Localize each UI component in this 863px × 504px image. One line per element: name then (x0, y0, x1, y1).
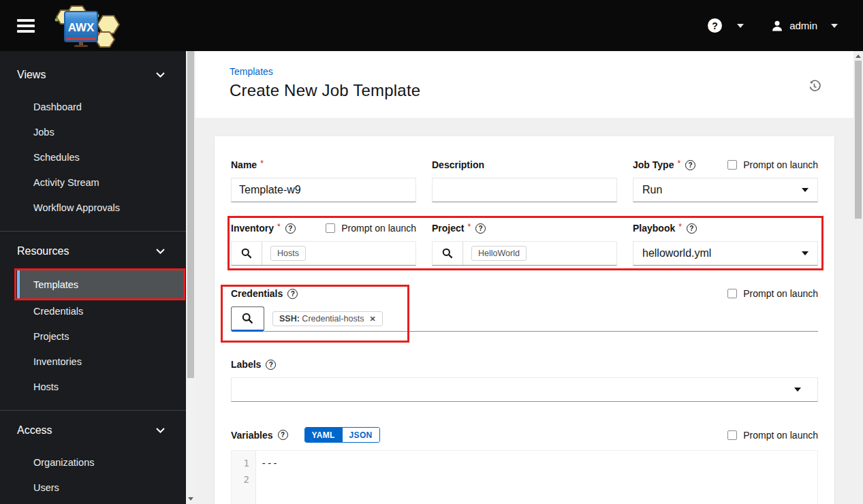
editor-code-area[interactable]: --- (256, 451, 817, 504)
credential-chip-name: Credential-hosts (302, 314, 364, 324)
sidebar-item-organizations[interactable]: Organizations (0, 450, 186, 475)
field-project: Project * ? HelloWorld (432, 221, 617, 266)
sidebar-item-templates[interactable]: Templates (17, 270, 184, 298)
credentials-field[interactable]: SSH: Credential-hosts ✕ (264, 306, 818, 332)
job-type-help-icon[interactable]: ? (685, 160, 695, 170)
nav-group-resources-label: Resources (17, 245, 69, 257)
svg-text:AWX: AWX (68, 21, 95, 34)
sidebar-scrollbar[interactable] (186, 51, 195, 504)
labels-label: Labels (231, 359, 261, 370)
search-icon (242, 313, 253, 324)
field-credentials: Credentials ? Prompt on launch SSH: Cred… (231, 287, 818, 332)
field-labels: Labels ? (231, 358, 818, 402)
nav-group-resources-header[interactable]: Resources (0, 238, 186, 264)
select-caret-icon (802, 251, 809, 255)
playbook-value: helloworld.yml (642, 247, 711, 259)
sidebar-item-dashboard[interactable]: Dashboard (0, 94, 186, 119)
project-help-icon[interactable]: ? (475, 223, 486, 234)
job-type-prompt-checkbox[interactable] (727, 160, 737, 170)
main-content: Templates Create New Job Template Name * (195, 51, 853, 504)
nav-group-views-header[interactable]: Views (0, 62, 186, 87)
user-icon (771, 20, 783, 32)
help-icon[interactable]: ? (708, 18, 722, 33)
credentials-label: Credentials (231, 288, 283, 299)
inventory-label: Inventory (231, 223, 274, 234)
prompt-on-launch-label: Prompt on launch (341, 223, 416, 234)
field-variables: Variables ? YAML JSON Prompt on launch 1… (231, 427, 818, 504)
inventory-lookup: Hosts (231, 241, 416, 266)
field-job-type: Job Type * ? Prompt on launch Run (633, 158, 818, 202)
chevron-down-icon (156, 249, 165, 254)
required-asterisk: * (678, 222, 682, 232)
sidebar-scrollbar-thumb[interactable] (187, 51, 194, 378)
field-inventory: Inventory * ? Prompt on launch (231, 221, 416, 266)
field-description: Description (432, 158, 617, 202)
credentials-prompt-checkbox[interactable] (727, 289, 737, 298)
sidebar-item-inventories[interactable]: Inventories (0, 349, 186, 374)
scroll-down-arrow-icon[interactable] (188, 497, 193, 501)
page-body: Name * Description Job Type * ? (195, 118, 853, 504)
page-scrollbar-thumb[interactable] (855, 61, 862, 219)
top-navbar: AWX ? admin (0, 0, 863, 51)
sidebar-item-activity-stream[interactable]: Activity Stream (0, 170, 186, 195)
history-icon[interactable] (808, 80, 821, 93)
nav-group-access-label: Access (17, 424, 52, 437)
breadcrumb-templates[interactable]: Templates (230, 66, 853, 77)
variables-code-editor[interactable]: 1 2 --- (231, 450, 818, 504)
hamburger-menu-icon[interactable] (17, 19, 35, 33)
inventory-search-button[interactable] (232, 242, 262, 265)
job-type-label: Job Type (633, 159, 674, 170)
inventory-prompt-on-launch: Prompt on launch (326, 223, 416, 234)
playbook-help-icon[interactable]: ? (687, 223, 697, 234)
nav-group-resources: Resources Templates Credentials Projects… (0, 231, 186, 410)
sidebar-item-schedules[interactable]: Schedules (0, 144, 186, 170)
navbar-right: ? admin (708, 18, 863, 33)
nav-group-access: Access Organizations Users (0, 410, 186, 504)
awx-logo[interactable]: AWX (50, 1, 126, 50)
scroll-up-arrow-icon[interactable] (856, 54, 861, 58)
variables-label: Variables (231, 430, 273, 441)
variables-format-toggle: YAML JSON (304, 427, 380, 443)
sidebar-item-jobs[interactable]: Jobs (0, 119, 186, 144)
sidebar-nav: Views Dashboard Jobs Schedules Activity … (0, 51, 186, 504)
page-scrollbar[interactable] (853, 51, 863, 504)
nav-group-views-label: Views (17, 69, 46, 81)
labels-select[interactable] (231, 377, 818, 402)
inventory-chip[interactable]: Hosts (270, 246, 306, 261)
sidebar-item-hosts[interactable]: Hosts (0, 374, 186, 399)
project-search-button[interactable] (433, 242, 463, 265)
yaml-toggle-button[interactable]: YAML (305, 428, 342, 442)
credential-chip[interactable]: SSH: Credential-hosts ✕ (272, 311, 383, 326)
project-lookup: HelloWorld (432, 241, 617, 266)
sidebar-item-users[interactable]: Users (0, 475, 186, 500)
nav-group-views: Views Dashboard Jobs Schedules Activity … (0, 51, 186, 231)
page-header: Templates Create New Job Template (195, 51, 853, 118)
json-toggle-button[interactable]: JSON (342, 428, 379, 442)
current-username: admin (789, 20, 817, 31)
credentials-search-button[interactable] (231, 306, 264, 332)
name-input[interactable] (231, 178, 416, 202)
credentials-help-icon[interactable]: ? (287, 289, 298, 299)
prompt-on-launch-label: Prompt on launch (743, 430, 818, 441)
job-type-select[interactable]: Run (633, 178, 818, 202)
chevron-down-icon (156, 428, 165, 433)
help-dropdown-caret-icon[interactable] (737, 24, 744, 28)
nav-group-access-header[interactable]: Access (0, 418, 186, 443)
project-chip[interactable]: HelloWorld (471, 246, 527, 261)
inventory-prompt-checkbox[interactable] (326, 223, 335, 233)
description-input[interactable] (432, 178, 617, 202)
name-label: Name (231, 159, 257, 170)
user-dropdown-caret-icon[interactable] (831, 24, 838, 28)
inventory-help-icon[interactable]: ? (285, 223, 296, 234)
page-title: Create New Job Template (230, 81, 853, 100)
variables-help-icon[interactable]: ? (278, 430, 288, 440)
sidebar-item-workflow-approvals[interactable]: Workflow Approvals (0, 195, 186, 220)
labels-help-icon[interactable]: ? (266, 360, 276, 370)
sidebar-item-credentials[interactable]: Credentials (0, 298, 186, 324)
chip-close-icon[interactable]: ✕ (369, 315, 375, 324)
credentials-prompt-on-launch: Prompt on launch (727, 288, 818, 299)
playbook-select[interactable]: helloworld.yml (633, 241, 818, 266)
variables-prompt-checkbox[interactable] (727, 430, 737, 440)
description-label: Description (432, 159, 484, 170)
sidebar-item-projects[interactable]: Projects (0, 324, 186, 349)
